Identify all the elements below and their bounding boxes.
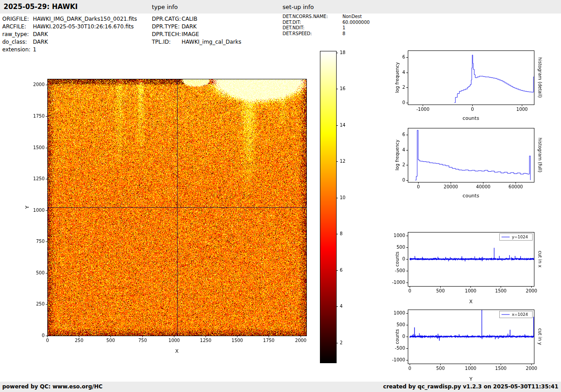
info-label: DET.RSPEED: <box>283 31 342 37</box>
info-label: ARCFILE: <box>2 23 33 31</box>
info-label: DPR.TYPE: <box>152 23 182 31</box>
info-label: DPR.CATG: <box>152 15 182 23</box>
info-value: NonDest <box>342 14 362 20</box>
info-value: 8 <box>342 31 345 37</box>
footer-bar: powered by QC: www.eso.org/HC created by… <box>0 382 561 392</box>
info-label: TPL.ID: <box>152 38 182 46</box>
type-info-block: DPR.CATG:CALIB DPR.TYPE:DARK DPR.TECH:IM… <box>152 15 242 46</box>
info-label: raw_type: <box>2 31 33 38</box>
info-value: 60.0000000 <box>342 20 369 26</box>
info-label: DET.NCORRS.NAME: <box>283 14 342 20</box>
qc-report-page: 2025-05-29: HAWKI type info set-up info … <box>0 0 561 392</box>
info-row: DPR.TYPE:DARK <box>152 23 242 31</box>
file-info-block: ORIGFILE:HAWKI_IMG_DARK_Darks150_0021.fi… <box>2 15 137 54</box>
info-row: do_class:DARK <box>2 38 137 46</box>
info-value: DARK <box>33 31 48 38</box>
info-value: HAWKI_IMG_DARK_Darks150_0021.fits <box>33 15 137 23</box>
setup-info-block: DET.NCORRS.NAME:NonDest DET.DIT:60.00000… <box>283 14 369 36</box>
setup-info-heading: set-up info <box>283 4 314 10</box>
info-row: TPL.ID:HAWKI_img_cal_Darks <box>152 38 242 46</box>
info-value: HAWKI_img_cal_Darks <box>182 38 242 46</box>
info-value: 1 <box>33 46 36 54</box>
footer-credit-right: created by qc_rawdisp.py v1.2.3 on 2025-… <box>383 383 558 390</box>
info-row: raw_type:DARK <box>2 31 137 38</box>
info-row: extension:1 <box>2 46 137 54</box>
histogram-full-plot <box>374 120 554 204</box>
info-label: do_class: <box>2 38 33 46</box>
info-value: IMAGE <box>182 31 199 38</box>
info-row: DPR.CATG:CALIB <box>152 15 242 23</box>
colorbar <box>315 45 356 369</box>
header-bar: 2025-05-29: HAWKI type info set-up info <box>0 0 561 14</box>
footer-credit-left: powered by QC: www.eso.org/HC <box>2 383 103 390</box>
info-value: CALIB <box>182 15 197 23</box>
info-value: 1 <box>342 25 345 31</box>
histogram-detail-plot <box>374 43 554 126</box>
info-value: DARK <box>182 23 196 31</box>
page-title: 2025-05-29: HAWKI <box>4 3 78 11</box>
info-row: DPR.TECH:IMAGE <box>152 31 242 38</box>
info-row: DET.RSPEED:8 <box>283 31 369 37</box>
type-info-heading: type info <box>152 4 178 10</box>
info-row: DET.DIT:60.0000000 <box>283 20 369 26</box>
info-label: DPR.TECH: <box>152 31 182 38</box>
info-value: HAWKI.2025-05-30T10:26:16.670.fits <box>33 23 134 31</box>
cut-in-x-plot <box>374 224 554 311</box>
info-label: DET.NDIT: <box>283 25 342 31</box>
raw-image-figure <box>23 71 320 364</box>
info-row: ARCFILE:HAWKI.2025-05-30T10:26:16.670.fi… <box>2 23 137 31</box>
info-row: DET.NCORRS.NAME:NonDest <box>283 14 369 20</box>
info-row: DET.NDIT:1 <box>283 25 369 31</box>
info-value: DARK <box>33 38 48 46</box>
cut-in-y-plot <box>374 302 554 388</box>
info-row: ORIGFILE:HAWKI_IMG_DARK_Darks150_0021.fi… <box>2 15 137 23</box>
info-label: DET.DIT: <box>283 20 342 26</box>
info-label: ORIGFILE: <box>2 15 33 23</box>
info-label: extension: <box>2 46 33 54</box>
